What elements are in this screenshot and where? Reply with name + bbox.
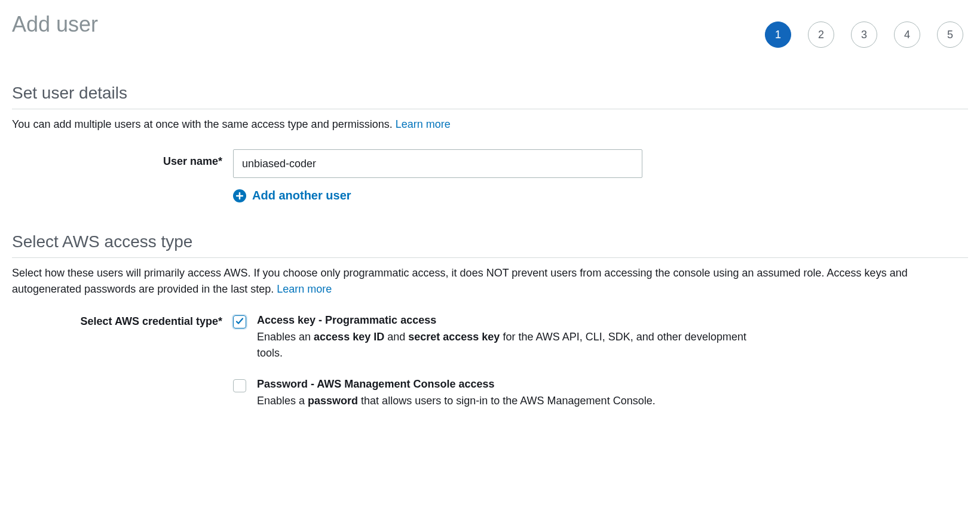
add-another-user-label: Add another user [252,189,351,202]
section-title-access-type: Select AWS access type [12,232,968,258]
option-text-access-key: Access key - Programmatic access Enables… [257,314,747,361]
step-5[interactable]: 5 [937,21,963,48]
option-text-password: Password - AWS Management Console access… [257,378,656,409]
username-input-col: Add another user [233,149,968,202]
username-label: User name* [12,149,233,168]
plus-circle-icon [233,189,246,202]
username-row: User name* Add another user [12,149,968,202]
option-access-key-col: Access key - Programmatic access Enables… [233,314,747,361]
header-row: Add user 1 2 3 4 5 [12,12,968,48]
option-desc-access-key: Enables an access key ID and secret acce… [257,329,747,361]
add-another-user-button[interactable]: Add another user [233,189,968,202]
step-1[interactable]: 1 [765,21,791,48]
page-title: Add user [12,12,98,37]
credential-option-row-password: Password - AWS Management Console access… [12,378,968,409]
option-password-col: Password - AWS Management Console access… [233,378,656,409]
checkbox-access-key[interactable] [233,315,246,328]
option-desc-password: Enables a password that allows users to … [257,393,656,409]
learn-more-link-user-details[interactable]: Learn more [396,118,451,130]
checkbox-password[interactable] [233,379,246,392]
credential-option-row-access-key: Select AWS credential type* Access key -… [12,314,968,361]
check-icon [235,317,244,327]
credential-type-label: Select AWS credential type* [12,314,233,328]
section-access-type: Select AWS access type Select how these … [12,232,968,409]
desc-text: You can add multiple users at once with … [12,118,396,130]
wizard-stepper: 1 2 3 4 5 [765,21,963,48]
step-4[interactable]: 4 [894,21,920,48]
step-2[interactable]: 2 [808,21,834,48]
username-input[interactable] [233,149,642,178]
option-title-password: Password - AWS Management Console access [257,378,656,391]
step-3[interactable]: 3 [851,21,877,48]
desc-text: Select how these users will primarily ac… [12,267,908,295]
section-title-user-details: Set user details [12,84,968,109]
option-title-access-key: Access key - Programmatic access [257,314,747,327]
section-user-details: Set user details You can add multiple us… [12,84,968,202]
section-desc-access-type: Select how these users will primarily ac… [12,265,968,297]
learn-more-link-access-type[interactable]: Learn more [277,283,332,295]
credential-type-label-empty [12,378,233,379]
section-desc-user-details: You can add multiple users at once with … [12,116,968,133]
